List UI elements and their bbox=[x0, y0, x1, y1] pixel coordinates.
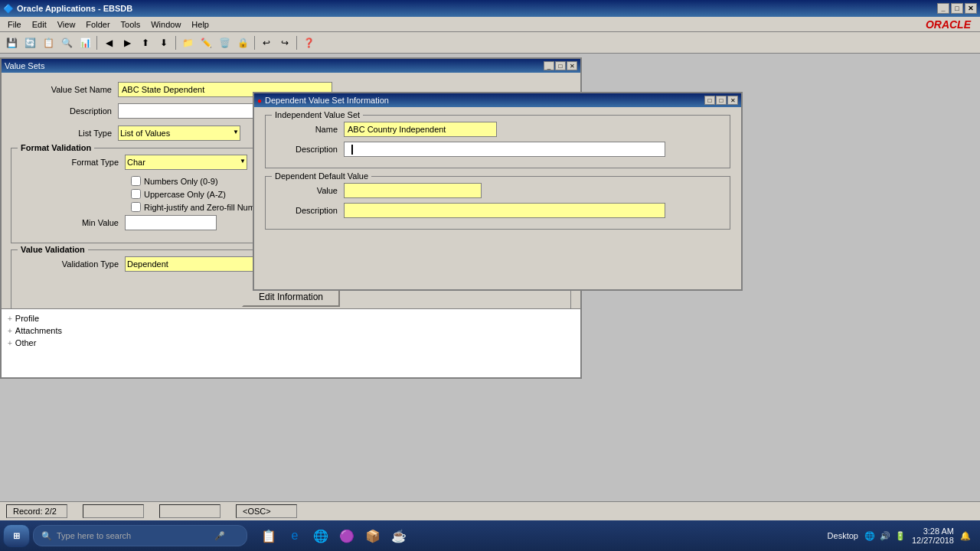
taskbar-icon-4[interactable]: 🟣 bbox=[335, 523, 359, 548]
toolbar-btn-2[interactable]: 🔄 bbox=[21, 34, 38, 51]
value-sets-maximize[interactable]: □ bbox=[555, 61, 566, 70]
clock-time: 3:28 AM bbox=[912, 527, 954, 536]
toolbar-btn-16[interactable]: ❓ bbox=[300, 34, 317, 51]
dependent-dialog-btn3[interactable]: ✕ bbox=[727, 96, 738, 105]
toolbar-sep-1 bbox=[96, 36, 97, 50]
app-title-bar: 🔷 Oracle Applications - EBSDB _ □ ✕ bbox=[0, 0, 980, 17]
dependent-dialog-btn2[interactable]: □ bbox=[716, 96, 727, 105]
taskbar-icon-ie[interactable]: e bbox=[283, 523, 307, 548]
value-sets-minimize[interactable]: _ bbox=[544, 61, 554, 70]
toolbar-btn-1[interactable]: 💾 bbox=[3, 34, 20, 51]
dependent-value-input[interactable] bbox=[344, 183, 482, 198]
toolbar-sep-3 bbox=[254, 36, 255, 50]
title-bar-controls: _ □ ✕ bbox=[937, 3, 977, 14]
menu-edit[interactable]: Edit bbox=[28, 18, 51, 31]
value-sets-close[interactable]: ✕ bbox=[567, 61, 577, 70]
tree-item-profile[interactable]: + Profile bbox=[5, 312, 577, 324]
taskbar-search-input[interactable] bbox=[57, 531, 210, 540]
dialog-value-label: Value bbox=[275, 186, 344, 195]
toolbar-btn-13[interactable]: 🔒 bbox=[234, 34, 251, 51]
toolbar-btn-8[interactable]: ⬆ bbox=[137, 34, 154, 51]
dependent-dialog-title: Dependent Value Set Information bbox=[265, 96, 389, 105]
validation-type-select[interactable]: Dependent bbox=[125, 256, 263, 272]
app-title: Oracle Applications - EBSDB bbox=[17, 4, 132, 13]
dialog-desc-row: Description bbox=[275, 142, 720, 157]
list-type-select[interactable]: List of Values bbox=[118, 126, 240, 141]
status-section-2 bbox=[83, 504, 144, 518]
format-type-select[interactable]: Char bbox=[125, 155, 247, 170]
tree-label-attachments: Attachments bbox=[15, 326, 62, 335]
dependent-dialog: ● Dependent Value Set Information □ □ ✕ … bbox=[253, 92, 743, 291]
toolbar-btn-14[interactable]: ↩ bbox=[258, 34, 275, 51]
dialog-desc-label: Description bbox=[275, 145, 344, 154]
network-icon: 🌐 bbox=[864, 531, 875, 541]
value-sets-title-bar: Value Sets _ □ ✕ bbox=[2, 59, 580, 73]
menu-window[interactable]: Window bbox=[146, 18, 185, 31]
tree-item-other[interactable]: + Other bbox=[5, 337, 577, 349]
battery-icon: 🔋 bbox=[895, 531, 906, 541]
dependent-dialog-title-bar: ● Dependent Value Set Information □ □ ✕ bbox=[254, 93, 741, 107]
dialog-name-label: Name bbox=[275, 125, 344, 134]
microphone-icon: 🎤 bbox=[214, 531, 225, 541]
independent-name-input[interactable] bbox=[344, 122, 497, 137]
windows-icon: ⊞ bbox=[13, 531, 20, 541]
description-label: Description bbox=[11, 106, 118, 116]
menu-help[interactable]: Help bbox=[187, 18, 214, 31]
dependent-desc-input[interactable] bbox=[344, 203, 665, 218]
independent-desc-input[interactable] bbox=[344, 142, 665, 157]
toolbar-btn-15[interactable]: ↪ bbox=[276, 34, 293, 51]
tree-label-profile: Profile bbox=[15, 314, 39, 323]
independent-section-label: Independent Value Set bbox=[272, 110, 363, 119]
taskbar: ⊞ 🔍 🎤 📋 e 🌐 🟣 📦 ☕ Desktop 🌐 🔊 🔋 3:28 AM … bbox=[0, 520, 980, 551]
right-justify-checkbox[interactable] bbox=[131, 202, 141, 212]
taskbar-icon-5[interactable]: 📦 bbox=[361, 523, 385, 548]
toolbar-btn-3[interactable]: 📋 bbox=[40, 34, 57, 51]
numbers-only-checkbox[interactable] bbox=[131, 176, 141, 186]
menu-tools[interactable]: Tools bbox=[116, 18, 145, 31]
notification-icon[interactable]: 🔔 bbox=[960, 531, 971, 541]
dialog-close-dot[interactable]: ● bbox=[257, 96, 262, 105]
menu-view[interactable]: View bbox=[53, 18, 80, 31]
value-validation-title: Value Validation bbox=[18, 245, 88, 254]
dialog-dep-desc-row: Description bbox=[275, 203, 720, 218]
status-record: Record: 2/2 bbox=[6, 504, 67, 518]
validation-type-label: Validation Type bbox=[18, 259, 125, 269]
status-osc: <OSC> bbox=[236, 504, 297, 518]
toolbar-btn-11[interactable]: ✏️ bbox=[198, 34, 214, 51]
toolbar-btn-4[interactable]: 🔍 bbox=[58, 34, 75, 51]
tree-expand-other: + bbox=[8, 339, 12, 347]
taskbar-icon-6[interactable]: ☕ bbox=[387, 523, 411, 548]
maximize-button[interactable]: □ bbox=[951, 3, 963, 14]
toolbar-btn-10[interactable]: 📁 bbox=[179, 34, 196, 51]
toolbar: 💾 🔄 📋 🔍 📊 ◀ ▶ ⬆ ⬇ 📁 ✏️ 🗑️ 🔒 ↩ ↪ ❓ bbox=[0, 32, 980, 54]
tree-item-attachments[interactable]: + Attachments bbox=[5, 324, 577, 337]
dialog-value-row: Value bbox=[275, 183, 720, 198]
uppercase-only-checkbox[interactable] bbox=[131, 189, 141, 199]
minimize-button[interactable]: _ bbox=[937, 3, 949, 14]
dependent-dialog-btn1[interactable]: □ bbox=[704, 96, 715, 105]
taskbar-icon-1[interactable]: 📋 bbox=[256, 523, 281, 548]
taskbar-search[interactable]: 🔍 🎤 bbox=[33, 525, 247, 546]
desktop-label[interactable]: Desktop bbox=[828, 531, 858, 540]
format-validation-title: Format Validation bbox=[18, 143, 94, 152]
menu-bar: File Edit View Folder Tools Window Help … bbox=[0, 17, 980, 32]
toolbar-btn-12[interactable]: 🗑️ bbox=[216, 34, 233, 51]
taskbar-icon-chrome[interactable]: 🌐 bbox=[309, 523, 333, 548]
dependent-default-section-label: Dependent Default Value bbox=[272, 171, 371, 181]
dialog-dep-desc-label: Description bbox=[275, 206, 344, 215]
toolbar-btn-6[interactable]: ◀ bbox=[100, 34, 117, 51]
menu-folder[interactable]: Folder bbox=[81, 18, 114, 31]
uppercase-only-label: Uppercase Only (A-Z) bbox=[144, 190, 226, 199]
close-button[interactable]: ✕ bbox=[965, 3, 977, 14]
taskbar-right: Desktop 🌐 🔊 🔋 3:28 AM 12/27/2018 🔔 bbox=[828, 527, 977, 545]
tree-label-other: Other bbox=[15, 338, 37, 347]
toolbar-btn-5[interactable]: 📊 bbox=[77, 34, 93, 51]
toolbar-btn-7[interactable]: ▶ bbox=[119, 34, 136, 51]
menu-file[interactable]: File bbox=[3, 18, 26, 31]
toolbar-btn-9[interactable]: ⬇ bbox=[155, 34, 172, 51]
toolbar-sep-4 bbox=[296, 36, 297, 50]
start-button[interactable]: ⊞ bbox=[3, 524, 30, 547]
format-type-label: Format Type bbox=[18, 158, 125, 167]
min-value-input[interactable] bbox=[125, 215, 217, 230]
tree-expand-attachments: + bbox=[8, 327, 12, 335]
